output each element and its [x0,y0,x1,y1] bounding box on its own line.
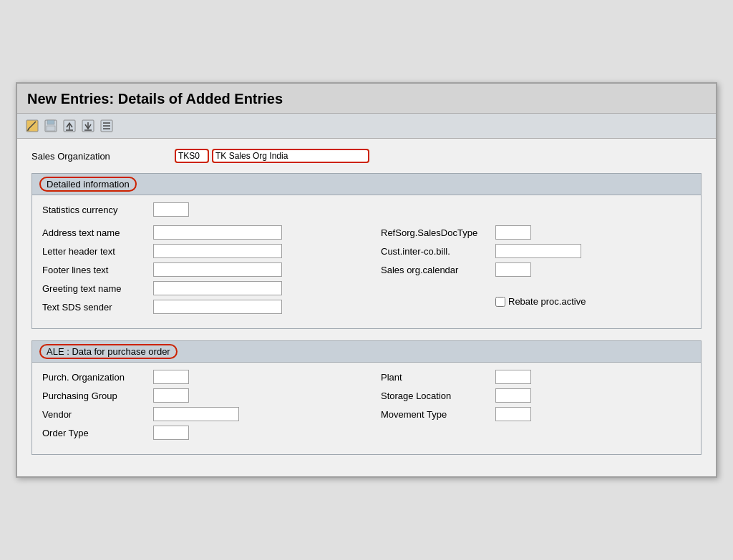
refsorg-label: RefSorg.SalesDocType [381,227,495,238]
storage-loc-input[interactable] [495,388,531,403]
detailed-info-content: Statistics currency Address text name Le… [31,195,702,329]
detailed-info-header-label: Detailed information [39,177,137,192]
greeting-text-input[interactable] [153,281,282,295]
cust-inter-row: Cust.inter-co.bill. [381,244,691,258]
refsorg-input[interactable] [495,225,531,240]
svg-rect-4 [47,126,55,131]
sales-calendar-input[interactable] [495,262,531,277]
sales-org-name-input[interactable] [212,149,369,163]
stats-currency-input[interactable] [153,202,189,217]
import-icon[interactable] [80,118,96,134]
sales-calendar-label: Sales org.calendar [381,265,495,275]
main-window: New Entries: Details of Added Entries [16,82,717,478]
ale-section: ALE : Data for purchase order Purch. Org… [31,340,702,455]
ale-left-col: Purch. Organization Purchasing Group Ven… [42,370,352,444]
vendor-input[interactable] [153,407,239,421]
list-icon[interactable] [99,118,115,134]
storage-loc-label: Storage Location [381,390,495,401]
purch-org-label: Purch. Organization [42,372,153,383]
movement-type-row: Movement Type [381,407,691,421]
sales-org-code-input[interactable] [175,149,209,163]
plant-input[interactable] [495,370,531,384]
empty-row [381,281,691,292]
ale-header: ALE : Data for purchase order [31,340,702,363]
storage-loc-row: Storage Location [381,388,691,403]
rebate-label: Rebate proc.active [508,296,586,307]
footer-lines-input[interactable] [153,262,282,277]
text-sds-label: Text SDS sender [42,302,153,313]
letter-header-label: Letter header text [42,246,153,257]
refsorg-row: RefSorg.SalesDocType [381,225,691,240]
address-text-label: Address text name [42,227,153,238]
plant-label: Plant [381,372,495,383]
toolbar [17,114,716,139]
detailed-info-right-col: RefSorg.SalesDocType Cust.inter-co.bill.… [381,225,691,318]
greeting-text-label: Greeting text name [42,283,153,294]
edit-icon[interactable] [24,118,40,134]
page-title: New Entries: Details of Added Entries [27,91,706,107]
ale-right-col: Plant Storage Location Movement Type [381,370,691,444]
detailed-information-section: Detailed information Statistics currency… [31,173,702,329]
rebate-checkbox-row: Rebate proc.active [495,296,586,307]
rebate-checkbox[interactable] [495,297,505,307]
stats-currency-label: Statistics currency [42,205,153,215]
sales-org-row: Sales Organization [31,149,702,163]
letter-header-row: Letter header text [42,244,352,258]
ale-content: Purch. Organization Purchasing Group Ven… [31,363,702,455]
ale-header-label: ALE : Data for purchase order [39,344,178,359]
title-bar: New Entries: Details of Added Entries [17,84,716,114]
address-text-input[interactable] [153,225,282,240]
svg-rect-3 [47,120,54,124]
letter-header-input[interactable] [153,244,282,258]
purch-group-row: Purchasing Group [42,388,352,403]
vendor-label: Vendor [42,409,153,420]
order-type-row: Order Type [42,426,352,440]
export-icon[interactable] [62,118,77,134]
text-sds-row: Text SDS sender [42,300,352,314]
ale-grid: Purch. Organization Purchasing Group Ven… [42,370,691,444]
rebate-row: Rebate proc.active [381,296,691,307]
save-icon[interactable] [43,118,59,134]
stats-currency-row: Statistics currency [42,202,691,217]
address-text-row: Address text name [42,225,352,240]
order-type-input[interactable] [153,426,189,440]
greeting-text-row: Greeting text name [42,281,352,295]
cust-inter-input[interactable] [495,244,581,258]
purch-group-input[interactable] [153,388,189,403]
footer-lines-row: Footer lines text [42,262,352,277]
sales-calendar-row: Sales org.calendar [381,262,691,277]
sales-org-label: Sales Organization [31,151,175,162]
detailed-info-header: Detailed information [31,173,702,195]
purch-org-row: Purch. Organization [42,370,352,384]
footer-lines-label: Footer lines text [42,265,153,275]
movement-type-label: Movement Type [381,409,495,420]
content-area: Sales Organization Detailed information … [17,139,716,476]
text-sds-input[interactable] [153,300,282,314]
detailed-info-left-col: Address text name Letter header text Foo… [42,225,352,318]
plant-row: Plant [381,370,691,384]
cust-inter-label: Cust.inter-co.bill. [381,246,495,257]
movement-type-input[interactable] [495,407,531,421]
detailed-info-grid: Address text name Letter header text Foo… [42,225,691,318]
purch-group-label: Purchasing Group [42,390,153,401]
purch-org-input[interactable] [153,370,189,384]
vendor-row: Vendor [42,407,352,421]
order-type-label: Order Type [42,428,153,438]
